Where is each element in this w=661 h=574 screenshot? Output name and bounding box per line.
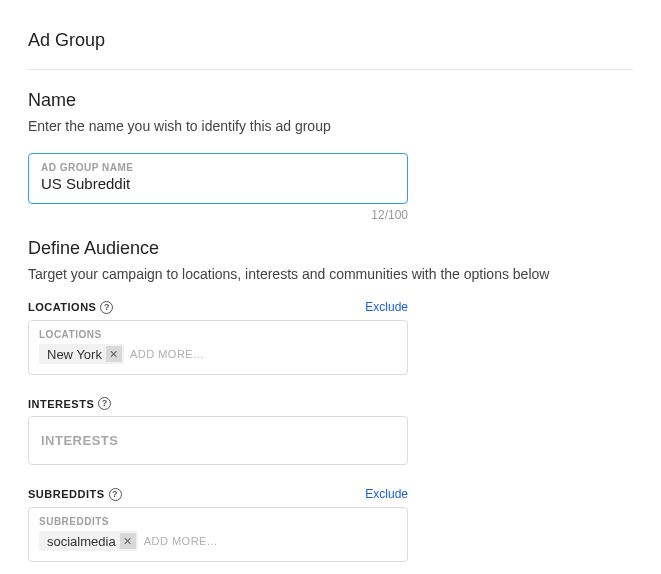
interests-placeholder: Interests <box>41 433 395 448</box>
interests-label: Interests ? <box>28 397 111 410</box>
subreddits-inner-label: Subreddits <box>39 516 397 527</box>
interests-input[interactable]: Interests <box>28 416 408 465</box>
help-icon[interactable]: ? <box>100 301 113 314</box>
locations-add-more[interactable]: Add more... <box>130 348 204 360</box>
location-tag: New York ✕ <box>39 344 124 364</box>
page-title: Ad Group <box>28 30 633 51</box>
subreddits-add-more[interactable]: Add more... <box>144 535 218 547</box>
divider <box>28 69 633 70</box>
ad-group-name-label: Ad Group Name <box>41 162 395 173</box>
help-icon[interactable]: ? <box>109 488 122 501</box>
ad-group-name-input[interactable] <box>41 175 395 192</box>
subreddits-exclude-link[interactable]: Exclude <box>365 487 408 501</box>
char-count: 12/100 <box>28 208 408 222</box>
ad-group-name-field[interactable]: Ad Group Name <box>28 153 408 204</box>
locations-inner-label: Locations <box>39 329 397 340</box>
subreddits-label: Subreddits ? <box>28 488 122 501</box>
subreddit-tag: socialmedia ✕ <box>39 531 138 551</box>
locations-label: Locations ? <box>28 301 113 314</box>
subreddits-group: Subreddits ? Exclude Subreddits socialme… <box>28 487 633 562</box>
interests-group: Interests ? Interests <box>28 397 633 465</box>
locations-exclude-link[interactable]: Exclude <box>365 300 408 314</box>
close-icon[interactable]: ✕ <box>120 533 136 549</box>
audience-heading: Define Audience <box>28 238 633 259</box>
name-heading: Name <box>28 90 633 111</box>
close-icon[interactable]: ✕ <box>106 346 122 362</box>
locations-group: Locations ? Exclude Locations New York ✕… <box>28 300 633 375</box>
name-description: Enter the name you wish to identify this… <box>28 117 633 137</box>
audience-description: Target your campaign to locations, inter… <box>28 265 633 285</box>
help-icon[interactable]: ? <box>98 397 111 410</box>
locations-input[interactable]: Locations New York ✕ Add more... <box>28 320 408 375</box>
subreddits-input[interactable]: Subreddits socialmedia ✕ Add more... <box>28 507 408 562</box>
